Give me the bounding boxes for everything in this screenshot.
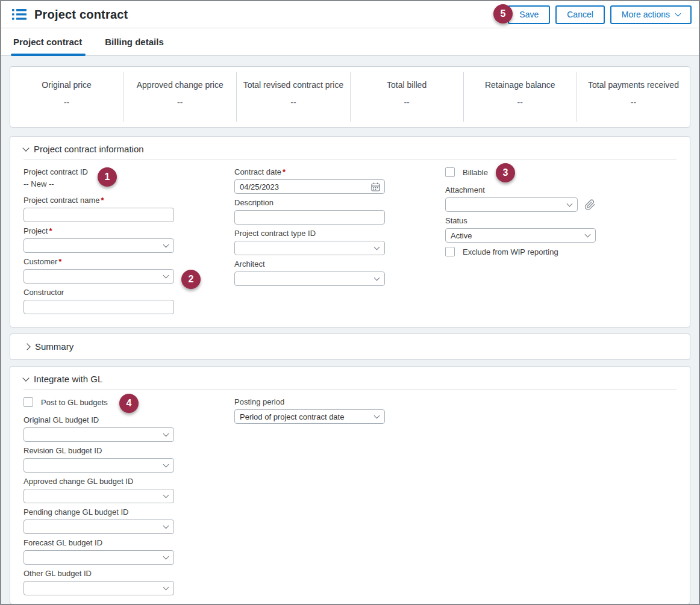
chevron-down-icon [567,201,573,207]
forecast-gl-budget-id-label: Forecast GL budget ID [23,538,174,548]
project-contract-name-field: Project contract name* [23,196,174,222]
posting-period-select[interactable]: Period of project contract date [234,409,385,424]
chevron-down-icon [163,273,169,279]
posting-period-field: Posting period Period of project contrac… [234,397,385,424]
revision-gl-budget-id-field: Revision GL budget ID [23,446,174,473]
chevron-down-icon [163,462,169,468]
architect-label: Architect [234,259,385,269]
original-gl-budget-id-select[interactable] [23,427,174,442]
metric-total-payments-received: Total payments received -- [577,72,690,122]
pending-change-gl-budget-id-select[interactable] [23,520,174,534]
post-to-gl-budgets-label: Post to GL budgets [41,398,108,407]
info-right-column: Billable Attachment Status [445,167,596,256]
list-menu-icon[interactable] [12,8,27,20]
constructor-field: Constructor [23,288,174,314]
other-gl-budget-id-select[interactable] [23,581,174,595]
callout-badge-1: 1 [98,167,117,187]
attachment-field: Attachment [445,185,596,212]
expand-chevron-icon [23,343,30,350]
metric-total-billed: Total billed -- [351,72,464,122]
billable-checkbox-row: Billable [445,167,596,177]
integrate-with-gl-body: Post to GL budgets Original GL budget ID… [10,390,690,604]
top-bar: Project contract Save Cancel More action… [1,1,699,28]
chevron-down-icon [585,232,591,238]
chevron-down-icon [163,585,169,591]
approved-change-gl-budget-id-field: Approved change GL budget ID [23,477,174,503]
forecast-gl-budget-id-select[interactable] [23,550,174,565]
chevron-down-icon [163,242,169,248]
project-label: Project* [23,226,174,236]
attachment-label: Attachment [445,185,596,195]
other-gl-budget-id-label: Other GL budget ID [23,569,174,579]
paperclip-icon[interactable] [584,199,596,211]
description-label: Description [234,198,385,208]
callout-badge-5: 5 [493,4,513,23]
more-actions-button[interactable]: More actions [610,5,692,24]
required-marker: * [49,226,52,235]
project-contract-name-input[interactable] [23,208,174,222]
required-marker: * [58,257,61,266]
constructor-label: Constructor [23,288,174,297]
collapse-chevron-icon [22,374,29,381]
customer-select[interactable] [23,269,174,284]
metric-retainage-balance: Retainage balance -- [464,72,577,122]
billable-checkbox[interactable] [445,167,455,177]
posting-period-label: Posting period [234,397,385,407]
project-contract-window: Project contract Save Cancel More action… [0,0,700,605]
status-field: Status Active [445,216,596,243]
other-gl-budget-id-field: Other GL budget ID [23,569,174,595]
exclude-wip-checkbox[interactable] [445,247,455,256]
integrate-with-gl-panel: Integrate with GL Post to GL budgets Ori… [10,366,690,604]
status-select[interactable]: Active [445,228,596,243]
contract-date-input[interactable]: 04/25/2023 [234,179,385,194]
approved-change-gl-budget-id-label: Approved change GL budget ID [23,477,174,486]
required-marker: * [101,196,104,205]
posting-period-value: Period of project contract date [240,412,344,421]
calendar-icon[interactable] [370,182,381,192]
project-contract-information-header[interactable]: Project contract information [10,137,690,155]
contract-date-value: 04/25/2023 [240,182,279,191]
info-left-column: Project contract ID -- New -- Project co… [23,167,174,318]
architect-select[interactable] [234,271,385,286]
project-contract-type-id-field: Project contract type ID [234,229,385,255]
contract-totals-strip: Original price -- Approved change price … [10,66,690,128]
tab-bar: Project contract Billing details [1,28,699,56]
chevron-down-icon [374,244,380,250]
page-title: Project contract [34,8,128,22]
chevron-down-icon [163,492,169,498]
save-button[interactable]: Save [508,5,550,24]
project-select[interactable] [23,238,174,253]
tab-project-contract[interactable]: Project contract [12,37,83,55]
chevron-down-icon [374,413,380,419]
post-to-gl-budgets-checkbox[interactable] [23,397,33,407]
chevron-down-icon [163,554,169,560]
post-to-gl-budgets-checkbox-row: Post to GL budgets [23,397,174,407]
tab-billing-details[interactable]: Billing details [104,37,165,55]
constructor-input[interactable] [23,300,174,314]
project-contract-type-id-label: Project contract type ID [234,229,385,238]
pending-change-gl-budget-id-label: Pending change GL budget ID [23,507,174,517]
architect-field: Architect [234,259,385,286]
metric-original-price: Original price -- [10,72,123,122]
attachment-select[interactable] [445,197,578,212]
cancel-button[interactable]: Cancel [555,5,605,24]
chevron-down-icon [163,431,169,437]
collapse-chevron-icon [22,144,29,151]
project-contract-name-label: Project contract name* [23,196,174,205]
callout-badge-4: 4 [119,394,139,413]
callout-badge-2: 2 [181,270,201,289]
customer-label: Customer* [23,257,174,267]
metric-approved-change-price: Approved change price -- [123,72,237,122]
project-contract-type-id-select[interactable] [234,241,385,255]
integrate-with-gl-header[interactable]: Integrate with GL [10,367,690,385]
status-label: Status [445,216,596,226]
description-input[interactable] [234,210,385,225]
gl-left-column: Post to GL budgets Original GL budget ID… [23,397,174,595]
description-field: Description [234,198,385,225]
summary-header[interactable]: Summary [23,341,677,352]
contract-date-label: Contract date* [234,167,385,177]
revision-gl-budget-id-select[interactable] [23,458,174,473]
more-actions-label: More actions [622,10,670,19]
forecast-gl-budget-id-field: Forecast GL budget ID [23,538,174,565]
approved-change-gl-budget-id-select[interactable] [23,489,174,503]
